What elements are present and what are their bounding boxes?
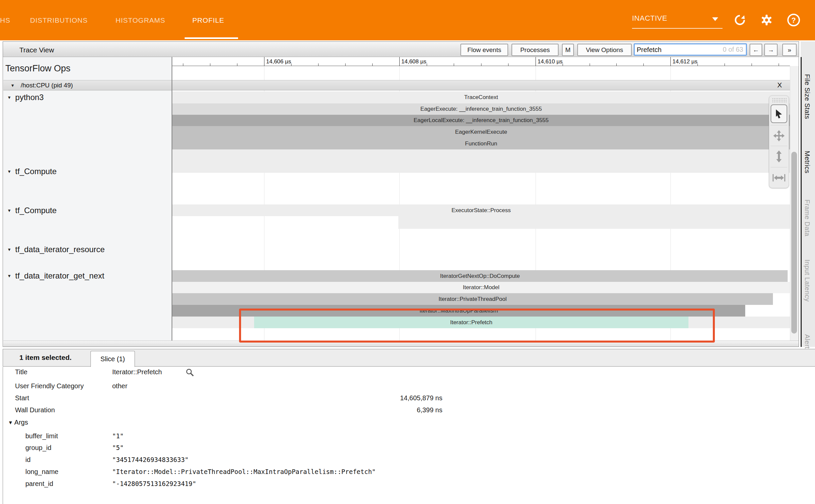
arg-value: "345174426934833633" bbox=[112, 456, 189, 463]
sidebar-item-tf-compute-2[interactable]: ▾ tf_Compute bbox=[8, 206, 57, 215]
sidebar-item-tf-data-iterator-get-next[interactable]: ▾ tf_data_iterator_get_next bbox=[8, 271, 104, 281]
ruler-time-label: 14,608 µs bbox=[401, 58, 426, 65]
search-input[interactable] bbox=[636, 44, 721, 55]
detail-label-title: Title bbox=[15, 368, 27, 376]
trace-event[interactable]: Iterator::Model bbox=[172, 282, 790, 293]
caret-down-icon: ▾ bbox=[8, 207, 11, 213]
m-button[interactable]: M bbox=[562, 44, 574, 56]
caret-down-icon: ▾ bbox=[8, 246, 11, 253]
run-selector-dropdown[interactable]: INACTIVE bbox=[632, 13, 723, 29]
gear-icon[interactable] bbox=[760, 13, 773, 27]
ruler-minor-tick bbox=[697, 63, 698, 66]
trace-event[interactable]: ExecutorState::Process bbox=[172, 204, 790, 216]
arg-value: "5" bbox=[112, 444, 124, 451]
trace-event[interactable]: IteratorGetNextOp::DoCompute bbox=[172, 270, 788, 282]
search-result-count: 0 of 63 bbox=[723, 46, 743, 53]
ruler-minor-tick bbox=[291, 63, 291, 66]
horizontal-fit-tool-button[interactable] bbox=[771, 168, 787, 187]
args-section-toggle[interactable]: ▼ Args bbox=[8, 419, 28, 426]
tensorboard-profile-screen: HS DISTRIBUTIONS HISTOGRAMS PROFILE INAC… bbox=[0, 0, 815, 504]
ruler-minor-tick bbox=[508, 63, 508, 66]
ruler-minor-tick bbox=[345, 63, 346, 66]
ruler-minor-tick bbox=[318, 63, 319, 66]
sidebar-item-tf-data-iterator-resource[interactable]: ▾ tf_data_iterator_resource bbox=[8, 245, 105, 254]
magnifier-icon[interactable] bbox=[186, 368, 194, 377]
trace-event-unlabeled[interactable] bbox=[172, 149, 790, 173]
select-tool-button[interactable] bbox=[771, 104, 787, 123]
help-icon[interactable]: ? bbox=[787, 13, 801, 27]
vertical-scrollbar-thumb[interactable] bbox=[791, 152, 797, 334]
arg-key: long_name bbox=[25, 468, 58, 476]
detail-value-title: Iterator::Prefetch bbox=[112, 368, 162, 376]
sidebar-item-tf-compute-1[interactable]: ▾ tf_Compute bbox=[8, 167, 57, 176]
pan-tool-button[interactable] bbox=[771, 126, 787, 145]
process-row-host-cpu[interactable]: ▾ /host:CPU (pid 49) X bbox=[3, 80, 799, 90]
ruler-minor-tick bbox=[616, 63, 617, 66]
svg-text:?: ? bbox=[791, 16, 796, 24]
detail-value-wall-duration: 6,399 ns bbox=[112, 406, 442, 414]
ruler-minor-tick bbox=[725, 63, 725, 66]
tab-profile[interactable]: PROFILE bbox=[192, 0, 224, 40]
vertical-zoom-tool-button[interactable] bbox=[771, 147, 787, 166]
trace-event[interactable]: EagerKernelExecute bbox=[172, 126, 790, 138]
run-selector-underline bbox=[632, 28, 723, 29]
ruler-minor-tick bbox=[372, 63, 373, 66]
collapse-caret-icon[interactable]: ▾ bbox=[11, 82, 14, 88]
palette-drag-handle[interactable] bbox=[772, 98, 787, 102]
process-row-label: /host:CPU (pid 49) bbox=[21, 82, 73, 89]
search-box: 0 of 63 bbox=[634, 43, 747, 56]
ruler-minor-tick bbox=[590, 63, 590, 66]
arg-key: buffer_limit bbox=[25, 432, 58, 440]
ruler-time-label: 14,612 µs bbox=[672, 58, 697, 65]
tab-distributions[interactable]: DISTRIBUTIONS bbox=[30, 0, 88, 40]
selection-summary: 1 item selected. bbox=[19, 354, 71, 362]
prev-result-button[interactable]: ← bbox=[750, 44, 762, 56]
tab-file-size-stats[interactable]: File Size Stats bbox=[803, 74, 811, 119]
detail-label-wall-duration: Wall Duration bbox=[15, 406, 55, 414]
chevron-down-icon bbox=[712, 17, 718, 21]
trace-event-unlabeled[interactable] bbox=[398, 216, 790, 229]
ruler-minor-tick bbox=[779, 63, 779, 66]
trace-event[interactable]: EagerExecute: __inference_train_function… bbox=[172, 103, 790, 115]
view-options-button[interactable]: View Options bbox=[577, 44, 632, 56]
tab-graphs-partial[interactable]: HS bbox=[0, 0, 13, 40]
ruler-minor-tick bbox=[752, 63, 752, 66]
ruler-major-tick bbox=[670, 57, 671, 66]
next-result-button[interactable]: → bbox=[764, 44, 778, 56]
processes-button[interactable]: Processes bbox=[512, 44, 559, 56]
sidebar-item-python3[interactable]: ▾ python3 bbox=[8, 93, 44, 102]
flow-events-button[interactable]: Flow events bbox=[460, 44, 508, 56]
ruler-minor-tick bbox=[481, 63, 481, 66]
ruler-minor-tick bbox=[210, 63, 210, 66]
ruler-minor-tick bbox=[237, 63, 237, 66]
caret-down-icon: ▾ bbox=[8, 94, 11, 100]
trace-event[interactable]: EagerLocalExecute: __inference_train_fun… bbox=[172, 115, 790, 126]
trace-event[interactable]: FunctionRun bbox=[172, 138, 790, 149]
ruler-minor-tick bbox=[427, 63, 427, 66]
arg-key: parent_id bbox=[25, 480, 53, 488]
trace-tool-palette bbox=[769, 95, 789, 188]
active-tab-underline bbox=[185, 37, 238, 39]
refresh-icon[interactable] bbox=[733, 13, 747, 27]
app-header: HS DISTRIBUTIONS HISTOGRAMS PROFILE INAC… bbox=[0, 0, 815, 40]
detail-value-category: other bbox=[112, 382, 128, 390]
tab-metrics[interactable]: Metrics bbox=[803, 151, 811, 173]
tab-histograms[interactable]: HISTOGRAMS bbox=[116, 0, 165, 40]
ruler-minor-tick bbox=[454, 63, 454, 66]
detail-label-start: Start bbox=[15, 394, 29, 402]
run-selector-value: INACTIVE bbox=[632, 14, 667, 23]
trace-event[interactable]: TraceContext bbox=[172, 91, 790, 103]
trace-view-title: Trace View bbox=[19, 46, 54, 54]
trace-event[interactable]: Iterator::PrivateThreadPool bbox=[172, 293, 773, 305]
ruler-major-tick bbox=[399, 57, 400, 66]
ruler-major-tick bbox=[264, 57, 264, 66]
ruler-major-tick bbox=[536, 57, 536, 66]
tab-frame-data[interactable]: Frame Data bbox=[803, 199, 811, 236]
ruler-time-label: 14,610 µs bbox=[538, 58, 563, 65]
tab-slice[interactable]: Slice (1) bbox=[90, 351, 135, 367]
arg-key: id bbox=[25, 456, 31, 464]
expand-button[interactable]: » bbox=[782, 44, 797, 56]
caret-down-icon: ▾ bbox=[8, 273, 11, 279]
tab-input-latency[interactable]: Input Latency bbox=[803, 260, 811, 302]
close-icon[interactable]: X bbox=[777, 81, 786, 89]
